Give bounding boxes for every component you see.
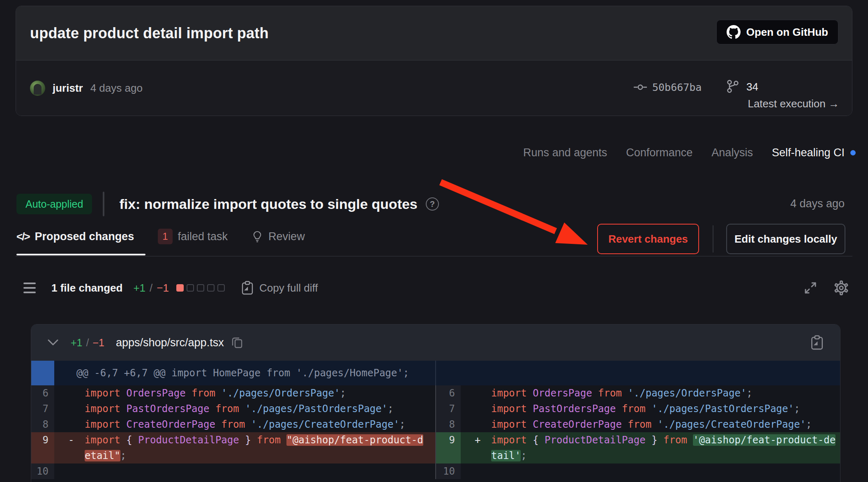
revert-changes-button[interactable]: Revert changes xyxy=(597,224,699,254)
annotation-arrow xyxy=(432,171,600,257)
code-line: import PastOrdersPage from './pages/Past… xyxy=(475,401,800,417)
line-number: 7 xyxy=(436,401,461,417)
copy-full-diff-button[interactable]: Copy full diff xyxy=(241,281,318,295)
line-number: 10 xyxy=(31,463,54,479)
line-number: 10 xyxy=(436,463,461,479)
code-line: import PastOrdersPage from './pages/Past… xyxy=(68,401,393,417)
notification-dot xyxy=(850,150,856,155)
deletions-count: −1 xyxy=(157,282,169,294)
file-path: apps/shop/src/app.tsx xyxy=(116,336,224,349)
line-number: 7 xyxy=(31,401,54,417)
diff-file-card: +1 / −1 apps/shop/src/app.tsx @@ -6,7 +6… xyxy=(31,324,840,482)
diff-stat-block xyxy=(176,284,184,292)
github-button-label: Open on GitHub xyxy=(746,26,828,39)
diff-file-header: +1 / −1 apps/shop/src/app.tsx xyxy=(31,324,840,361)
code-line: tail'; xyxy=(475,448,836,463)
file-deletions: −1 xyxy=(92,337,104,349)
nav-conformance[interactable]: Conformance xyxy=(626,146,693,159)
branch-icon xyxy=(726,79,740,94)
diff-cell-right: 9+import { ProductDetailPage } from '@ai… xyxy=(436,432,840,463)
code-icon: </> xyxy=(16,230,30,243)
line-number: 6 xyxy=(436,385,461,401)
diff-cell-right: 10 xyxy=(436,463,840,479)
copy-path-icon[interactable] xyxy=(231,336,243,349)
line-number: 9 xyxy=(436,432,461,463)
code-line: etail"; xyxy=(68,448,423,463)
diff-cell-right: 6import OrdersPage from './pages/OrdersP… xyxy=(436,385,840,401)
diff-cell-right: 8import CreateOrderPage from './pages/Cr… xyxy=(436,417,840,432)
author-name: juristr xyxy=(53,82,83,95)
code-line: import CreateOrderPage from './pages/Cre… xyxy=(68,417,405,432)
expand-fullscreen-icon[interactable] xyxy=(803,281,817,295)
line-number: 8 xyxy=(31,417,54,432)
diff-stat-blocks xyxy=(176,284,225,292)
diff-row-line-10: 1010 xyxy=(31,463,840,479)
settings-gear-icon[interactable] xyxy=(834,280,849,295)
branch-cluster[interactable]: 34 xyxy=(726,79,758,94)
code-line: +import { ProductDetailPage } from '@ais… xyxy=(475,432,836,448)
code-line: import OrdersPage from './pages/OrdersPa… xyxy=(475,385,753,401)
tab-proposed-changes[interactable]: </> Proposed changes xyxy=(16,230,134,243)
divider xyxy=(103,192,104,216)
diff-row-line-6: 6import OrdersPage from './pages/OrdersP… xyxy=(31,385,840,401)
diff-cell-left: 7import PastOrdersPage from './pages/Pas… xyxy=(31,401,435,417)
commit-sha[interactable]: 50b667ba xyxy=(633,81,702,93)
copy-file-diff-icon[interactable] xyxy=(810,335,824,350)
code-line xyxy=(475,463,491,479)
open-on-github-button[interactable]: Open on GitHub xyxy=(716,20,838,44)
file-additions: +1 xyxy=(71,337,83,349)
section-nav: Runs and agents Conformance Analysis Sel… xyxy=(523,142,856,163)
sha-text: 50b667ba xyxy=(652,81,702,93)
diff-row-line-9: 9-import { ProductDetailPage } from "@ai… xyxy=(31,432,840,463)
line-number: 6 xyxy=(31,385,54,401)
diff-row-line-7: 7import PastOrdersPage from './pages/Pas… xyxy=(31,401,840,417)
commit-icon xyxy=(633,81,647,93)
page: update product detail import path Open o… xyxy=(0,0,868,482)
help-icon[interactable]: ? xyxy=(426,197,439,211)
lightbulb-icon xyxy=(252,231,263,242)
line-number: 8 xyxy=(436,417,461,432)
fix-header: Auto-applied fix: normalize import quote… xyxy=(16,192,439,216)
commit-meta-section: juristr 4 days ago 50b667ba 34 Latest ex… xyxy=(16,60,852,116)
avatar xyxy=(30,81,45,96)
diff-stat-block xyxy=(197,284,204,292)
tab-failed-task[interactable]: 1 failed task xyxy=(158,229,228,244)
auto-applied-badge: Auto-applied xyxy=(16,194,92,214)
diff-stat-block xyxy=(217,284,225,292)
diff-stat-block xyxy=(187,284,194,292)
nav-runs-and-agents[interactable]: Runs and agents xyxy=(523,146,607,159)
commit-time: 4 days ago xyxy=(90,82,143,95)
diff-stat-block xyxy=(207,284,215,292)
diff-toolbar: 1 file changed +1 / −1 Copy full diff xyxy=(23,276,849,299)
divider xyxy=(713,225,713,253)
commit-title-section: update product detail import path Open o… xyxy=(16,6,852,60)
github-icon xyxy=(727,25,741,39)
active-tab-underline xyxy=(16,254,145,255)
additions-count: +1 xyxy=(133,282,145,294)
code-line: import CreateOrderPage from './pages/Cre… xyxy=(475,417,812,432)
tab-review[interactable]: Review xyxy=(252,230,305,243)
clipboard-icon xyxy=(241,281,254,295)
diff-cell-left: 10 xyxy=(31,463,435,479)
diff-cell-left: 8import CreateOrderPage from './pages/Cr… xyxy=(31,417,435,432)
diff-body: 6import OrdersPage from './pages/OrdersP… xyxy=(31,385,840,479)
hunk-header: @@ -6,7 +6,7 @@ import HomePage from './… xyxy=(31,361,840,385)
code-line: -import { ProductDetailPage } from "@ais… xyxy=(68,432,423,448)
nav-self-healing-ci[interactable]: Self-healing CI xyxy=(772,146,856,159)
latest-execution-link[interactable]: Latest execution → xyxy=(748,97,839,110)
diff-cell-left: 9-import { ProductDetailPage } from "@ai… xyxy=(31,432,435,463)
diff-row-line-8: 8import CreateOrderPage from './pages/Cr… xyxy=(31,417,840,432)
diff-cell-left: 6import OrdersPage from './pages/OrdersP… xyxy=(31,385,435,401)
nav-analysis[interactable]: Analysis xyxy=(711,146,753,159)
code-line: import OrdersPage from './pages/OrdersPa… xyxy=(68,385,346,401)
branch-count: 34 xyxy=(746,81,758,93)
collapse-chevron-icon[interactable] xyxy=(48,339,58,346)
commit-header-card: update product detail import path Open o… xyxy=(16,6,852,116)
page-title: update product detail import path xyxy=(30,25,269,42)
edit-changes-locally-button[interactable]: Edit changes locally xyxy=(726,224,845,254)
failed-count-badge: 1 xyxy=(158,229,172,244)
tabs-divider-line xyxy=(16,256,852,257)
diff-cell-right: 7import PastOrdersPage from './pages/Pas… xyxy=(436,401,840,417)
fix-title: fix: normalize import quotes to single q… xyxy=(119,196,417,212)
file-list-menu-icon[interactable] xyxy=(23,283,36,293)
